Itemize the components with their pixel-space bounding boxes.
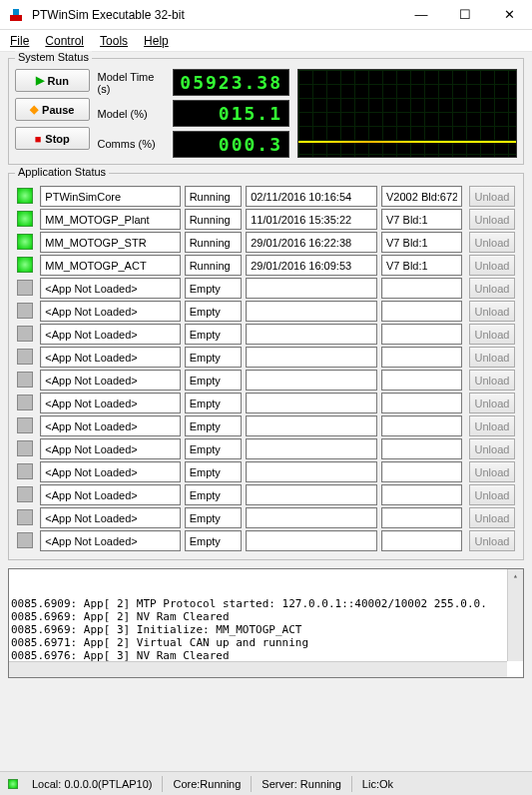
unload-button[interactable]: Unload (469, 232, 515, 253)
app-name-field[interactable] (40, 370, 180, 391)
menu-tools[interactable]: Tools (100, 34, 128, 48)
app-datetime-field[interactable] (246, 461, 377, 482)
app-name-field[interactable] (40, 255, 180, 276)
stop-button[interactable]: ■Stop (15, 127, 90, 150)
app-name-field[interactable] (40, 324, 180, 345)
app-name-field[interactable] (40, 209, 180, 230)
unload-button[interactable]: Unload (469, 507, 515, 528)
app-status-field[interactable] (185, 484, 243, 505)
app-datetime-field[interactable] (246, 278, 377, 299)
app-version-field[interactable] (381, 278, 462, 299)
app-version-field[interactable] (381, 461, 462, 482)
app-led-icon (17, 349, 33, 365)
app-datetime-field[interactable] (246, 255, 377, 276)
app-version-field[interactable] (381, 438, 462, 459)
app-version-field[interactable] (381, 347, 462, 368)
menu-help[interactable]: Help (144, 34, 169, 48)
unload-button[interactable]: Unload (469, 186, 515, 207)
unload-button[interactable]: Unload (469, 301, 515, 322)
close-button[interactable]: ✕ (494, 7, 524, 22)
app-status-field[interactable] (185, 278, 243, 299)
app-version-field[interactable] (381, 186, 462, 207)
app-status-field[interactable] (185, 507, 243, 528)
menu-control[interactable]: Control (45, 34, 84, 48)
app-status-field[interactable] (185, 255, 243, 276)
app-version-field[interactable] (381, 370, 462, 391)
app-version-field[interactable] (381, 507, 462, 528)
app-version-field[interactable] (381, 255, 462, 276)
app-name-field[interactable] (40, 507, 180, 528)
app-name-field[interactable] (40, 415, 180, 436)
maximize-button[interactable]: ☐ (450, 7, 480, 22)
app-name-field[interactable] (40, 186, 180, 207)
app-name-field[interactable] (40, 232, 180, 253)
app-name-field[interactable] (40, 301, 180, 322)
app-status-field[interactable] (185, 415, 243, 436)
app-version-field[interactable] (381, 393, 462, 413)
app-name-field[interactable] (40, 347, 180, 368)
app-status-field[interactable] (185, 209, 243, 230)
app-status-field[interactable] (185, 530, 243, 551)
app-datetime-field[interactable] (246, 484, 377, 505)
app-name-field[interactable] (40, 530, 180, 551)
unload-button[interactable]: Unload (469, 438, 515, 459)
app-status-field[interactable] (185, 324, 243, 345)
app-version-field[interactable] (381, 301, 462, 322)
app-version-field[interactable] (381, 324, 462, 345)
app-datetime-field[interactable] (246, 393, 377, 413)
unload-button[interactable]: Unload (469, 324, 515, 345)
app-datetime-field[interactable] (246, 301, 377, 322)
app-datetime-field[interactable] (246, 530, 377, 551)
app-status-field[interactable] (185, 438, 243, 459)
unload-button[interactable]: Unload (469, 415, 515, 436)
app-version-field[interactable] (381, 484, 462, 505)
app-name-field[interactable] (40, 278, 180, 299)
unload-button[interactable]: Unload (469, 484, 515, 505)
app-status-field[interactable] (185, 370, 243, 391)
app-version-field[interactable] (381, 415, 462, 436)
app-datetime-field[interactable] (246, 370, 377, 391)
unload-button[interactable]: Unload (469, 347, 515, 368)
unload-button[interactable]: Unload (469, 209, 515, 230)
unload-button[interactable]: Unload (469, 393, 515, 413)
pause-label: Pause (42, 104, 74, 116)
unload-button[interactable]: Unload (469, 255, 515, 276)
unload-button[interactable]: Unload (469, 530, 515, 551)
app-led-icon (17, 395, 33, 410)
app-status-field[interactable] (185, 301, 243, 322)
app-row: Unload (15, 438, 517, 459)
minimize-button[interactable]: ― (406, 7, 436, 22)
app-version-field[interactable] (381, 209, 462, 230)
app-datetime-field[interactable] (246, 186, 377, 207)
unload-button[interactable]: Unload (469, 461, 515, 482)
pause-button[interactable]: ◆Pause (15, 98, 90, 121)
app-datetime-field[interactable] (246, 324, 377, 345)
app-name-field[interactable] (40, 461, 180, 482)
app-row: Unload (15, 507, 517, 528)
app-datetime-field[interactable] (246, 209, 377, 230)
app-name-field[interactable] (40, 484, 180, 505)
log-output[interactable]: 0085.6909: App[ 2] MTP Protocol started:… (8, 568, 524, 678)
app-status-field[interactable] (185, 393, 243, 413)
unload-button[interactable]: Unload (469, 370, 515, 391)
run-label: Run (48, 75, 69, 87)
app-version-field[interactable] (381, 530, 462, 551)
run-button[interactable]: ▶Run (15, 69, 90, 92)
app-status-field[interactable] (185, 347, 243, 368)
app-datetime-field[interactable] (246, 438, 377, 459)
app-status-field[interactable] (185, 461, 243, 482)
menu-file[interactable]: File (10, 34, 29, 48)
app-datetime-field[interactable] (246, 507, 377, 528)
app-version-field[interactable] (381, 232, 462, 253)
app-name-field[interactable] (40, 438, 180, 459)
app-datetime-field[interactable] (246, 347, 377, 368)
log-scrollbar-horizontal[interactable] (9, 661, 507, 677)
app-name-field[interactable] (40, 393, 180, 413)
log-scrollbar-vertical[interactable]: ▴ (507, 569, 523, 661)
app-status-field[interactable] (185, 186, 243, 207)
app-status-field[interactable] (185, 232, 243, 253)
unload-button[interactable]: Unload (469, 278, 515, 299)
app-datetime-field[interactable] (246, 232, 377, 253)
app-led-icon (17, 440, 33, 456)
app-datetime-field[interactable] (246, 415, 377, 436)
